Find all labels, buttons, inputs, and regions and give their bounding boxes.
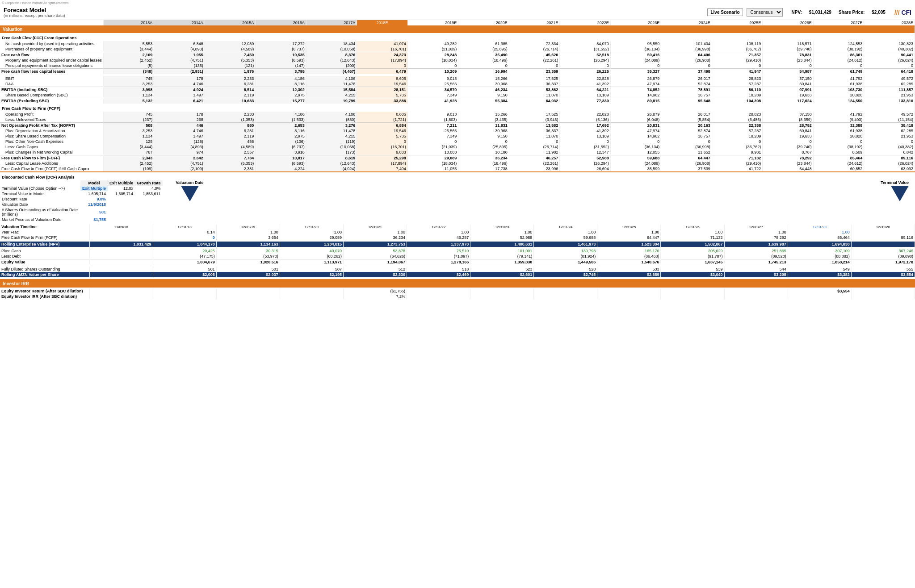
fcff-row-8: Free Cash Flow to Firm (FCFF) 2,3432,642… [0, 155, 915, 161]
timeline-date-5: 12/31/22 [407, 224, 470, 229]
dcf-tvm-growth: 1,853,611 [135, 191, 163, 196]
ds-9: 539 [661, 267, 724, 272]
dcf-dr-empty2 [135, 196, 163, 202]
consensus-select[interactable]: Consensus [747, 8, 783, 17]
fcff-row-6: Less: Cash Capex (3,444)(4,893)(4,589)(6… [0, 144, 915, 150]
fcf-row-2: Free cash flow 2,1091,9557,45010,5358,37… [0, 52, 915, 58]
debt-label: Less: Debt [0, 254, 89, 259]
terminal-down-arrow [881, 186, 909, 201]
year-2018e: 2018E [357, 20, 408, 25]
fcff-section-label: Free Cash Flow to Firm (FCFF) [0, 105, 915, 112]
ebitda-row-3-label: Share Based Compensation (SBC) [0, 92, 103, 98]
irr-r0-c8 [534, 288, 597, 294]
ds-0 [89, 267, 153, 272]
year-2014a: 2014A [154, 20, 205, 25]
copyright-text: © Corporate Finance Institute All rights… [0, 1, 70, 5]
timeline-header-row: Valuation Timeline 11/09/18 12/31/18 12/… [0, 224, 915, 229]
yf-1: 0.14 [153, 229, 216, 235]
dcf-mini-table: Model Exit Multiple Growth Rate Terminal… [0, 180, 163, 222]
fcff-tl-4: 36,234 [343, 235, 407, 240]
svg-marker-0 [181, 186, 199, 201]
fcff-timeline-row: Free Cash Flow to Firm (FCFF) 0 3,654 29… [0, 235, 915, 240]
live-scenario-label: Live Scenario [707, 8, 743, 16]
debt-6: (79,141) [470, 254, 534, 259]
dcf-col-exit: Exit Multiple [108, 180, 135, 186]
fcff-row-0-label: Operating Profit [0, 112, 103, 117]
ds-3: 507 [280, 267, 343, 272]
diluted-shares-row: Fully Diluted Shares Outstanding 501 501… [0, 267, 915, 272]
valuation-date-arrow-area: Valuation Date [176, 180, 204, 201]
fcff-row-0: Operating Profit 7451782,2334,1864,106 8… [0, 112, 915, 117]
dcf-shares-empty [108, 207, 135, 217]
fcff-row-7: Plus: Changes in Net Working Capital 767… [0, 150, 915, 155]
year-2020e: 2020E [458, 20, 509, 25]
dcf-row-mp: Market Price as of Valuation Date $1,755 [0, 217, 163, 222]
ds-2: 501 [216, 267, 280, 272]
dcf-dr-val: 9.0% [80, 196, 108, 202]
npv-row-label: Rolling Enterprise Value (NPV) [0, 242, 89, 247]
fcf-row-5-label: Free cash flow less capital leases [0, 69, 103, 75]
yf-3: 1.00 [280, 229, 343, 235]
debt-3: (60,262) [280, 254, 343, 259]
share-price-value: $2,005 [872, 10, 886, 15]
eq-6: 1,359,830 [470, 259, 534, 265]
year-2013a: 2013A [103, 20, 154, 25]
irr-r1-c10 [661, 294, 724, 299]
diluted-shares-label: Fully Diluted Shares Outstanding [0, 267, 89, 272]
irr-r0-c10 [661, 288, 724, 294]
ebitda-row-1-label: D&A [0, 81, 103, 87]
npv-val-10: 1,639,987 [724, 242, 788, 247]
fcff-row-2: Net Operating Profit After Tax (NOPAT) 5… [0, 123, 915, 129]
irr-section: Investor IRR Equity Investor Return (Aft… [0, 279, 915, 299]
eq-10: 1,745,213 [724, 259, 788, 265]
cash-6: 101,001 [470, 248, 534, 254]
debt-1: (47,175) [153, 254, 216, 259]
eq-11: 1,858,214 [788, 259, 851, 265]
cash-3: 40,070 [280, 248, 343, 254]
dcf-content: Model Exit Multiple Growth Rate Terminal… [0, 180, 915, 222]
fcff-tl-10: 78,292 [724, 235, 788, 240]
irr-r1-c8 [534, 294, 597, 299]
year-2019e: 2019E [407, 20, 458, 25]
ds-7: 528 [534, 267, 597, 272]
fcff-section-label-row: Free Cash Flow to Firm (FCFF) [0, 105, 915, 112]
fcff-row-10: Free Cash Flow to Firm (FCFF) If All Cas… [0, 166, 915, 171]
terminal-arrow-svg [891, 186, 909, 201]
dcf-row-shares: # Shares Outstanding as of Valuation Dat… [0, 207, 163, 217]
irr-r1-c2 [153, 294, 216, 299]
arrows-row: Valuation Date Terminal Value [167, 180, 911, 201]
fcff-tl-3: 29,089 [280, 235, 343, 240]
yf-12 [851, 229, 915, 235]
fcff-tl-5: 46,257 [407, 235, 470, 240]
dcf-row-tvm: Terminal Value in Model 1,605,714 1,605,… [0, 191, 163, 196]
irr-r1-c13 [851, 294, 915, 299]
debt-8: (86,468) [597, 254, 661, 259]
cfi-logo: /// CFI [894, 9, 911, 16]
as-5: $2,469 [407, 272, 470, 277]
npv-label: NPV: [792, 10, 802, 15]
yf-4: 1.00 [343, 229, 407, 235]
irr-r0-c6 [407, 288, 470, 294]
year-2028e: 2028E [864, 20, 915, 25]
dcf-vd-empty2 [135, 202, 163, 207]
ebitda-row-0-label: EBIT [0, 76, 103, 81]
yf-7: 1.00 [534, 229, 597, 235]
year-2026e: 2026E [763, 20, 814, 25]
npv-val-6: 1,400,631 [470, 242, 534, 247]
irr-row-1: Equity Investor IRR (After SBC dilution)… [0, 294, 915, 299]
fcf-section-label-row: Free Cash Flow (FCF) From Operations [0, 35, 915, 41]
irr-r0-c1 [89, 288, 153, 294]
irr-r0-c4 [280, 288, 343, 294]
copyright-bar: © Corporate Finance Institute All rights… [0, 0, 915, 5]
dcf-tv-model: Exit Multiple [80, 186, 108, 191]
ebitda-row-3: Share Based Compensation (SBC) 1,1341,49… [0, 92, 915, 98]
irr-row-0-label: Equity Investor Return (After SBC diluti… [0, 288, 89, 294]
valuation-header-cell: Valuation [0, 25, 915, 33]
irr-r1-c1 [89, 294, 153, 299]
eq-7: 1,449,506 [534, 259, 597, 265]
dcf-mp-empty2 [135, 217, 163, 222]
npv-val-8: 1,523,304 [597, 242, 661, 247]
year-2017a: 2017A [306, 20, 357, 25]
cash-2: 30,315 [216, 248, 280, 254]
dcf-dr-label: Discount Rate [0, 196, 80, 202]
